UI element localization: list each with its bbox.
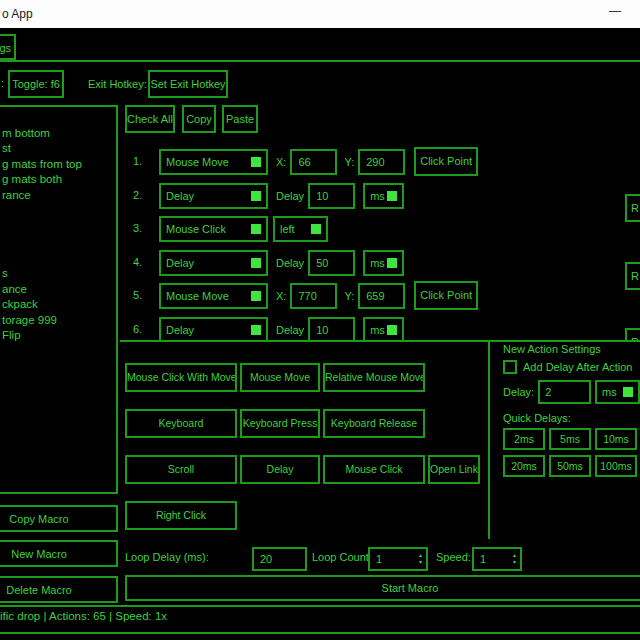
combo-indicator-icon <box>311 224 321 234</box>
actions-panel: Check All Copy Paste 1.Mouse MoveX:66Y:2… <box>120 100 640 341</box>
macro-list-item[interactable]: g mats from top <box>2 157 116 173</box>
combo-indicator-icon <box>251 258 261 268</box>
action-number: 5. <box>133 289 142 301</box>
action-controls: DelayDelay10ms <box>159 181 404 210</box>
quick-delay-20ms-button[interactable]: 20ms <box>503 455 545 477</box>
loop-count-stepper[interactable]: 1 ▴▾ <box>368 547 428 571</box>
macro-list-item[interactable] <box>2 219 116 235</box>
combo-value: Delay <box>166 324 194 336</box>
action-type-combo[interactable]: Delay <box>159 183 268 209</box>
macro-list-item[interactable]: m bottom <box>2 126 116 142</box>
action-controls: Mouse MoveX:770Y:659Click Point <box>159 281 478 310</box>
statusbar-top-divider <box>0 605 640 607</box>
macro-action-row: 2.DelayDelay10msR <box>120 181 640 210</box>
set-exit-hotkey-button[interactable]: Set Exit Hotkey <box>148 70 228 98</box>
add-delay-checkbox[interactable] <box>503 360 517 374</box>
add-keyboard-press-button[interactable]: Keyboard Press <box>240 409 320 438</box>
loop-count-label: Loop Count: <box>312 551 372 563</box>
macro-list-item[interactable] <box>2 235 116 251</box>
add-relative-mouse-move-button[interactable]: Relative Mouse Move <box>323 363 425 392</box>
macro-action-row: 3.Mouse ClickleftR <box>120 214 640 243</box>
toggle-hotkey-button[interactable]: Toggle: f6 <box>8 70 64 98</box>
combo-indicator-icon <box>387 191 397 201</box>
action-controls: DelayDelay50ms <box>159 248 404 277</box>
action-button-row: KeyboardKeyboard PressKeyboard Release <box>125 409 485 438</box>
combo-value: Delay <box>166 190 194 202</box>
action-type-combo[interactable]: Mouse Move <box>159 283 268 309</box>
add-keyboard-release-button[interactable]: Keyboard Release <box>323 409 425 438</box>
quick-delay-5ms-button[interactable]: 5ms <box>549 428 591 450</box>
combo-indicator-icon <box>387 258 397 268</box>
action-number: 1. <box>133 155 142 167</box>
delay-unit-combo[interactable]: ms <box>595 380 640 404</box>
stepper-arrows-icon[interactable]: ▴▾ <box>419 549 422 569</box>
stepper-arrows-icon[interactable]: ▴▾ <box>513 549 516 569</box>
mouse-button-combo[interactable]: left <box>273 216 328 242</box>
settings-separator <box>488 341 490 539</box>
action-controls: Mouse MoveX:66Y:290Click Point <box>159 147 478 176</box>
add-scroll-button[interactable]: Scroll <box>125 455 237 484</box>
quick-delay-2ms-button[interactable]: 2ms <box>503 428 545 450</box>
macro-list-item[interactable]: Flip <box>2 328 116 344</box>
combo-indicator-icon <box>251 291 261 301</box>
macro-list-item[interactable]: rance <box>2 188 116 204</box>
param-label: Delay <box>276 324 304 336</box>
action-type-combo[interactable]: Mouse Move <box>159 149 268 175</box>
action-type-combo[interactable]: Delay <box>159 250 268 276</box>
param-input[interactable]: 770 <box>290 283 337 309</box>
macro-list-item[interactable]: s <box>2 266 116 282</box>
click-point-button[interactable]: Click Point <box>414 281 478 310</box>
unit-combo[interactable]: ms <box>363 317 404 342</box>
action-number: 2. <box>133 189 142 201</box>
tab-settings[interactable]: gs <box>0 34 16 60</box>
action-number: 4. <box>133 256 142 268</box>
macro-list[interactable]: m bottomstg mats from topg mats bothranc… <box>0 105 118 494</box>
combo-indicator-icon <box>251 157 261 167</box>
macro-list-item[interactable] <box>2 204 116 220</box>
quick-delay-10ms-button[interactable]: 10ms <box>595 428 637 450</box>
macro-list-item[interactable] <box>2 250 116 266</box>
paste-button[interactable]: Paste <box>222 105 258 133</box>
macro-list-item[interactable]: ckpack <box>2 297 116 313</box>
param-input[interactable]: 66 <box>290 149 337 175</box>
unit-combo[interactable]: ms <box>363 250 404 276</box>
quick-delay-100ms-button[interactable]: 100ms <box>595 455 637 477</box>
add-delay-button[interactable]: Delay <box>240 455 320 484</box>
param-input[interactable]: 290 <box>358 149 405 175</box>
macro-delete-macro-button[interactable]: Delete Macro <box>0 576 118 603</box>
macro-new-macro-button[interactable]: New Macro <box>0 540 118 567</box>
macro-list-item[interactable] <box>2 110 116 126</box>
status-text: ific drop | Actions: 65 | Speed: 1x <box>0 610 167 622</box>
add-delay-label: Add Delay After Action <box>523 361 632 373</box>
action-type-combo[interactable]: Delay <box>159 317 268 342</box>
add-right-click-button[interactable]: Right Click <box>125 501 237 530</box>
add-open-link-button[interactable]: Open Link <box>428 455 480 484</box>
quick-delays-label: Quick Delays: <box>503 412 640 424</box>
action-controls: Mouse Clickleft <box>159 214 328 243</box>
add-keyboard-button[interactable]: Keyboard <box>125 409 237 438</box>
macro-list-item[interactable]: g mats both <box>2 172 116 188</box>
param-input[interactable]: 10 <box>308 183 355 209</box>
macro-list-item[interactable]: ance <box>2 282 116 298</box>
macro-list-item[interactable]: st <box>2 141 116 157</box>
copy-button[interactable]: Copy <box>182 105 216 133</box>
loop-delay-input[interactable]: 20 <box>252 547 307 571</box>
param-input[interactable]: 50 <box>308 250 355 276</box>
delay-value-input[interactable]: 2 <box>538 380 591 404</box>
param-input[interactable]: 10 <box>308 317 355 342</box>
speed-stepper[interactable]: 1 ▴▾ <box>472 547 522 571</box>
start-macro-button[interactable]: Start Macro <box>125 575 640 601</box>
add-mouse-click-button[interactable]: Mouse Click <box>323 455 425 484</box>
add-mouse-click-with-move-button[interactable]: Mouse Click With Move <box>125 363 237 392</box>
check-all-button[interactable]: Check All <box>125 105 175 133</box>
add-mouse-move-button[interactable]: Mouse Move <box>240 363 320 392</box>
unit-combo[interactable]: ms <box>363 183 404 209</box>
minimize-icon[interactable]: — <box>598 4 632 24</box>
actions-bottom-divider <box>120 340 640 342</box>
click-point-button[interactable]: Click Point <box>414 147 478 176</box>
macro-list-item[interactable]: torage 999 <box>2 313 116 329</box>
param-input[interactable]: 659 <box>358 283 405 309</box>
action-type-combo[interactable]: Mouse Click <box>159 216 268 242</box>
macro-copy-macro-button[interactable]: Copy Macro <box>0 505 118 532</box>
quick-delay-50ms-button[interactable]: 50ms <box>549 455 591 477</box>
